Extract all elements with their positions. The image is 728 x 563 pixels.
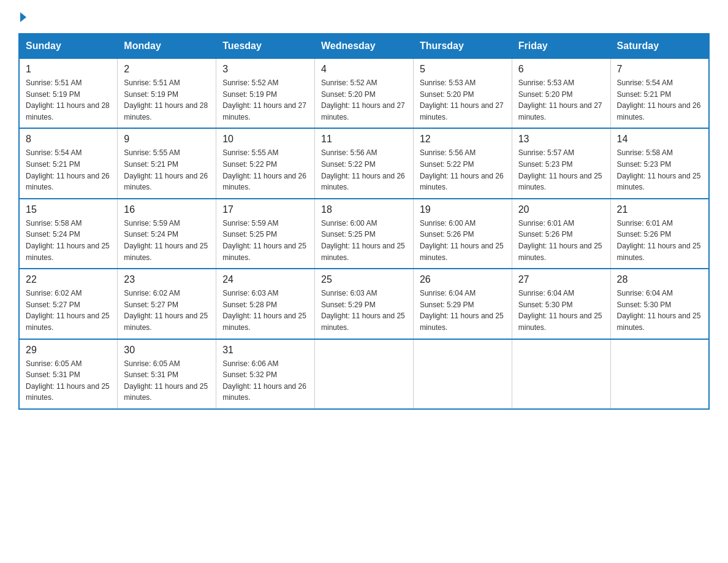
week-row-3: 15 Sunrise: 5:58 AMSunset: 5:24 PMDaylig…	[19, 199, 709, 269]
day-info: Sunrise: 6:06 AMSunset: 5:32 PMDaylight:…	[222, 358, 308, 404]
calendar-cell: 29 Sunrise: 6:05 AMSunset: 5:31 PMDaylig…	[19, 339, 118, 409]
calendar-cell: 25 Sunrise: 6:03 AMSunset: 5:29 PMDaylig…	[315, 269, 414, 339]
day-number: 9	[124, 134, 210, 145]
header-row: SundayMondayTuesdayWednesdayThursdayFrid…	[19, 34, 709, 58]
logo-arrow-icon	[20, 12, 26, 22]
day-number: 7	[617, 64, 702, 75]
calendar-cell: 20 Sunrise: 6:01 AMSunset: 5:26 PMDaylig…	[512, 199, 610, 269]
day-info: Sunrise: 5:59 AMSunset: 5:25 PMDaylight:…	[222, 218, 308, 263]
day-number: 18	[321, 204, 407, 215]
calendar-cell: 19 Sunrise: 6:00 AMSunset: 5:26 PMDaylig…	[413, 199, 512, 269]
day-number: 4	[321, 64, 407, 75]
day-number: 19	[420, 204, 506, 215]
day-number: 2	[124, 64, 210, 75]
day-info: Sunrise: 5:55 AMSunset: 5:21 PMDaylight:…	[124, 147, 210, 193]
calendar-cell	[610, 339, 709, 409]
day-info: Sunrise: 6:04 AMSunset: 5:29 PMDaylight:…	[420, 288, 506, 333]
logo	[18, 12, 26, 23]
day-info: Sunrise: 6:01 AMSunset: 5:26 PMDaylight:…	[617, 218, 702, 263]
day-info: Sunrise: 5:54 AMSunset: 5:21 PMDaylight:…	[26, 147, 111, 193]
calendar-cell: 6 Sunrise: 5:53 AMSunset: 5:20 PMDayligh…	[512, 58, 610, 128]
calendar-cell: 24 Sunrise: 6:03 AMSunset: 5:28 PMDaylig…	[216, 269, 315, 339]
day-number: 12	[420, 134, 506, 145]
day-info: Sunrise: 6:02 AMSunset: 5:27 PMDaylight:…	[124, 288, 210, 333]
day-info: Sunrise: 5:52 AMSunset: 5:19 PMDaylight:…	[222, 77, 308, 123]
day-info: Sunrise: 6:00 AMSunset: 5:26 PMDaylight:…	[420, 218, 506, 263]
day-header-thursday: Thursday	[413, 34, 512, 58]
calendar-cell: 30 Sunrise: 6:05 AMSunset: 5:31 PMDaylig…	[118, 339, 216, 409]
calendar-cell	[413, 339, 512, 409]
calendar-cell: 3 Sunrise: 5:52 AMSunset: 5:19 PMDayligh…	[216, 58, 315, 128]
calendar-cell: 12 Sunrise: 5:56 AMSunset: 5:22 PMDaylig…	[413, 128, 512, 198]
day-info: Sunrise: 6:03 AMSunset: 5:28 PMDaylight:…	[222, 288, 308, 333]
calendar-cell: 7 Sunrise: 5:54 AMSunset: 5:21 PMDayligh…	[610, 58, 709, 128]
calendar-cell: 13 Sunrise: 5:57 AMSunset: 5:23 PMDaylig…	[512, 128, 610, 198]
day-header-sunday: Sunday	[19, 34, 118, 58]
day-info: Sunrise: 5:57 AMSunset: 5:23 PMDaylight:…	[518, 147, 604, 193]
calendar-cell: 8 Sunrise: 5:54 AMSunset: 5:21 PMDayligh…	[19, 128, 118, 198]
day-number: 1	[26, 64, 111, 75]
week-row-2: 8 Sunrise: 5:54 AMSunset: 5:21 PMDayligh…	[19, 128, 709, 198]
page-header	[18, 12, 710, 23]
day-info: Sunrise: 5:51 AMSunset: 5:19 PMDaylight:…	[26, 77, 111, 123]
week-row-4: 22 Sunrise: 6:02 AMSunset: 5:27 PMDaylig…	[19, 269, 709, 339]
calendar-cell: 9 Sunrise: 5:55 AMSunset: 5:21 PMDayligh…	[118, 128, 216, 198]
week-row-1: 1 Sunrise: 5:51 AMSunset: 5:19 PMDayligh…	[19, 58, 709, 128]
calendar-cell: 21 Sunrise: 6:01 AMSunset: 5:26 PMDaylig…	[610, 199, 709, 269]
day-info: Sunrise: 5:51 AMSunset: 5:19 PMDaylight:…	[124, 77, 210, 123]
calendar-cell: 31 Sunrise: 6:06 AMSunset: 5:32 PMDaylig…	[216, 339, 315, 409]
calendar-cell: 1 Sunrise: 5:51 AMSunset: 5:19 PMDayligh…	[19, 58, 118, 128]
day-header-monday: Monday	[118, 34, 216, 58]
day-info: Sunrise: 5:53 AMSunset: 5:20 PMDaylight:…	[420, 77, 506, 123]
day-info: Sunrise: 5:58 AMSunset: 5:23 PMDaylight:…	[617, 147, 702, 193]
day-info: Sunrise: 5:55 AMSunset: 5:22 PMDaylight:…	[222, 147, 308, 193]
day-number: 14	[617, 134, 702, 145]
calendar-cell: 14 Sunrise: 5:58 AMSunset: 5:23 PMDaylig…	[610, 128, 709, 198]
day-number: 20	[518, 204, 604, 215]
calendar-table: SundayMondayTuesdayWednesdayThursdayFrid…	[18, 33, 710, 410]
day-info: Sunrise: 6:01 AMSunset: 5:26 PMDaylight:…	[518, 218, 604, 263]
day-info: Sunrise: 6:00 AMSunset: 5:25 PMDaylight:…	[321, 218, 407, 263]
day-number: 10	[222, 134, 308, 145]
day-info: Sunrise: 6:04 AMSunset: 5:30 PMDaylight:…	[617, 288, 702, 333]
calendar-cell: 23 Sunrise: 6:02 AMSunset: 5:27 PMDaylig…	[118, 269, 216, 339]
day-info: Sunrise: 5:52 AMSunset: 5:20 PMDaylight:…	[321, 77, 407, 123]
day-number: 23	[124, 274, 210, 285]
day-header-friday: Friday	[512, 34, 610, 58]
day-number: 22	[26, 274, 111, 285]
calendar-cell: 11 Sunrise: 5:56 AMSunset: 5:22 PMDaylig…	[315, 128, 414, 198]
day-number: 11	[321, 134, 407, 145]
day-info: Sunrise: 5:59 AMSunset: 5:24 PMDaylight:…	[124, 218, 210, 263]
calendar-cell	[315, 339, 414, 409]
day-info: Sunrise: 6:05 AMSunset: 5:31 PMDaylight:…	[124, 358, 210, 404]
day-number: 26	[420, 274, 506, 285]
day-header-saturday: Saturday	[610, 34, 709, 58]
day-number: 3	[222, 64, 308, 75]
day-number: 17	[222, 204, 308, 215]
calendar-cell: 17 Sunrise: 5:59 AMSunset: 5:25 PMDaylig…	[216, 199, 315, 269]
day-info: Sunrise: 5:54 AMSunset: 5:21 PMDaylight:…	[617, 77, 702, 123]
day-info: Sunrise: 6:02 AMSunset: 5:27 PMDaylight:…	[26, 288, 111, 333]
calendar-cell: 27 Sunrise: 6:04 AMSunset: 5:30 PMDaylig…	[512, 269, 610, 339]
day-info: Sunrise: 6:04 AMSunset: 5:30 PMDaylight:…	[518, 288, 604, 333]
calendar-cell: 18 Sunrise: 6:00 AMSunset: 5:25 PMDaylig…	[315, 199, 414, 269]
day-number: 13	[518, 134, 604, 145]
calendar-cell: 22 Sunrise: 6:02 AMSunset: 5:27 PMDaylig…	[19, 269, 118, 339]
day-number: 8	[26, 134, 111, 145]
day-number: 6	[518, 64, 604, 75]
calendar-cell: 26 Sunrise: 6:04 AMSunset: 5:29 PMDaylig…	[413, 269, 512, 339]
calendar-cell: 4 Sunrise: 5:52 AMSunset: 5:20 PMDayligh…	[315, 58, 414, 128]
day-info: Sunrise: 6:03 AMSunset: 5:29 PMDaylight:…	[321, 288, 407, 333]
day-number: 24	[222, 274, 308, 285]
day-number: 21	[617, 204, 702, 215]
day-number: 15	[26, 204, 111, 215]
calendar-cell: 16 Sunrise: 5:59 AMSunset: 5:24 PMDaylig…	[118, 199, 216, 269]
day-header-wednesday: Wednesday	[315, 34, 414, 58]
calendar-cell: 2 Sunrise: 5:51 AMSunset: 5:19 PMDayligh…	[118, 58, 216, 128]
day-number: 16	[124, 204, 210, 215]
day-header-tuesday: Tuesday	[216, 34, 315, 58]
day-number: 28	[617, 274, 702, 285]
day-info: Sunrise: 5:56 AMSunset: 5:22 PMDaylight:…	[321, 147, 407, 193]
day-info: Sunrise: 5:56 AMSunset: 5:22 PMDaylight:…	[420, 147, 506, 193]
day-info: Sunrise: 6:05 AMSunset: 5:31 PMDaylight:…	[26, 358, 111, 404]
